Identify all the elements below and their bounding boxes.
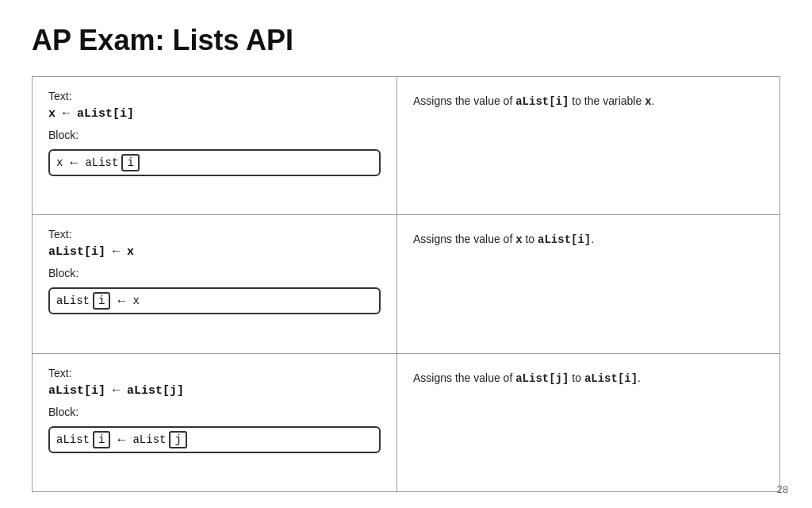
page: AP Exam: Lists API Text: x ← aList[i] Bl… [0, 0, 812, 508]
block-alist-3a: aList [56, 433, 90, 446]
arrow-icon-3: ← [115, 433, 128, 447]
table-row: Text: aList[i] ← aList[j] Block: aList i… [33, 354, 779, 491]
desc-1: Assigns the value of aList[i] to the var… [413, 90, 654, 110]
right-col-3: Assigns the value of aList[j] to aList[i… [397, 354, 779, 491]
arrow-icon-2: ← [115, 294, 128, 308]
desc-3: Assigns the value of aList[j] to aList[i… [413, 367, 641, 387]
block-alist-2: aList [56, 294, 90, 307]
page-number: 28 [777, 483, 788, 495]
left-col-2: Text: aList[i] ← x Block: aList i ← x [33, 215, 397, 352]
block-label-1: Block: [48, 129, 381, 141]
page-title: AP Exam: Lists API [32, 24, 780, 57]
block-visual-1: x ← aList i [48, 149, 381, 176]
table-row: Text: aList[i] ← x Block: aList i ← x As… [33, 215, 779, 353]
code-2: aList[i] ← x [48, 245, 381, 259]
right-col-1: Assigns the value of aList[i] to the var… [397, 77, 779, 214]
block-alist-3b: aList [132, 433, 166, 446]
desc-code-1a: aList[i] [515, 95, 569, 108]
desc-code-3b: aList[i] [584, 372, 638, 385]
arrow-icon-1: ← [67, 156, 80, 170]
left-col-1: Text: x ← aList[i] Block: x ← aList i [33, 77, 397, 214]
text-label-2: Text: [48, 228, 381, 241]
block-visual-3: aList i ← aList j [48, 426, 381, 453]
block-alist-1: aList [85, 156, 118, 169]
desc-code-2b: aList[i] [538, 233, 591, 246]
text-label-3: Text: [48, 367, 381, 379]
table: Text: x ← aList[i] Block: x ← aList i As… [32, 76, 780, 492]
block-visual-2: aList i ← x [48, 287, 381, 314]
desc-2: Assigns the value of x to aList[i]. [413, 228, 594, 248]
code-3: aList[i] ← aList[j] [48, 384, 381, 398]
block-index-i-2: i [93, 292, 110, 310]
desc-code-2a: x [515, 233, 522, 246]
block-label-2: Block: [48, 267, 381, 279]
right-col-2: Assigns the value of x to aList[i]. [397, 215, 779, 352]
block-var-x-2: x [132, 294, 139, 307]
left-col-3: Text: aList[i] ← aList[j] Block: aList i… [33, 354, 397, 491]
block-label-3: Block: [48, 406, 381, 418]
block-var-x: x [56, 156, 63, 169]
desc-code-3a: aList[j] [515, 372, 569, 385]
block-index-i-1: i [121, 154, 139, 171]
code-1: x ← aList[i] [48, 107, 381, 121]
block-index-j-3: j [169, 431, 186, 448]
block-index-i-3: i [93, 431, 110, 448]
desc-code-1b: x [645, 95, 651, 108]
table-row: Text: x ← aList[i] Block: x ← aList i As… [33, 77, 779, 215]
text-label-1: Text: [48, 90, 381, 102]
